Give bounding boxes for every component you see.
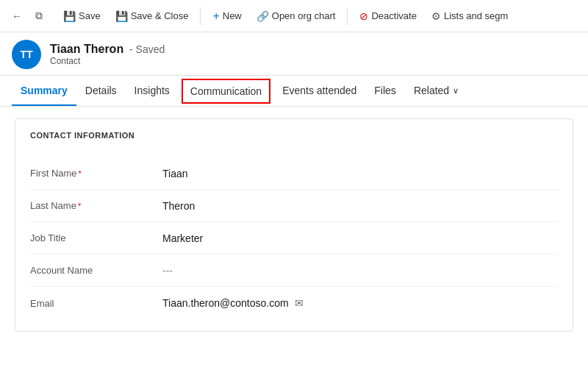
job-title-row: Job Title Marketer	[30, 222, 558, 254]
last-name-row: Last Name * Theron	[30, 190, 558, 222]
tab-summary-label: Summary	[21, 85, 68, 96]
account-name-row: Account Name ---	[30, 254, 558, 287]
save-close-icon: 💾	[115, 10, 128, 22]
email-value-row: Tiaan.theron@contoso.com ✉	[162, 297, 304, 309]
record-name-row: Tiaan Theron - Saved	[50, 43, 165, 56]
new-button[interactable]: + New	[207, 7, 247, 26]
record-type: Contact	[50, 56, 165, 66]
toolbar-nav: ← ⧉	[6, 7, 49, 25]
section-title: CONTACT INFORMATION	[30, 131, 558, 146]
save-close-button[interactable]: 💾 Save & Close	[110, 7, 195, 25]
lists-button[interactable]: ⚙ Lists and segm	[426, 7, 514, 25]
record-name: Tiaan Theron	[50, 43, 123, 55]
first-name-row: First Name * Tiaan	[30, 157, 558, 190]
save-icon: 💾	[63, 10, 76, 22]
deactivate-button[interactable]: ⊘ Deactivate	[354, 7, 422, 25]
record-saved: - Saved	[129, 43, 165, 55]
send-email-icon[interactable]: ✉	[295, 297, 304, 309]
tab-details[interactable]: Details	[76, 75, 126, 106]
tab-events-attended-label: Events attended	[282, 85, 356, 96]
back-icon: ←	[12, 10, 22, 22]
last-name-value[interactable]: Theron	[162, 200, 195, 212]
back-button[interactable]: ←	[6, 7, 28, 25]
tab-files-label: Files	[374, 85, 396, 96]
tab-related-label: Related	[414, 85, 449, 96]
lists-label: Lists and segm	[444, 10, 508, 21]
contact-information-card: CONTACT INFORMATION First Name * Tiaan L…	[15, 118, 573, 332]
toolbar: ← ⧉ 💾 Save 💾 Save & Close + New 🔗 Open o…	[0, 0, 588, 32]
first-name-label: First Name *	[30, 168, 162, 179]
tabs-bar: Summary Details Insights Communication E…	[0, 76, 588, 107]
email-label: Email	[30, 298, 162, 309]
tab-files[interactable]: Files	[365, 75, 405, 106]
tab-insights[interactable]: Insights	[126, 75, 179, 106]
last-name-required: *	[78, 202, 81, 210]
tab-communication[interactable]: Communication	[182, 79, 270, 104]
save-button[interactable]: 💾 Save	[57, 7, 107, 25]
save-label: Save	[79, 10, 101, 21]
job-title-value[interactable]: Marketer	[162, 232, 203, 244]
email-row: Email Tiaan.theron@contoso.com ✉	[30, 287, 558, 319]
record-header: TT Tiaan Theron - Saved Contact	[0, 32, 588, 76]
popup-button[interactable]: ⧉	[29, 7, 49, 25]
first-name-value[interactable]: Tiaan	[162, 168, 188, 179]
separator-2	[347, 7, 348, 25]
org-chart-icon: 🔗	[257, 10, 269, 22]
lists-icon: ⚙	[431, 10, 441, 22]
main-content: CONTACT INFORMATION First Name * Tiaan L…	[0, 107, 588, 380]
tab-summary[interactable]: Summary	[12, 75, 76, 106]
tab-related[interactable]: Related ∨	[405, 75, 467, 106]
new-label: New	[223, 10, 242, 21]
deactivate-label: Deactivate	[371, 10, 416, 21]
tab-insights-label: Insights	[135, 85, 170, 96]
record-info: Tiaan Theron - Saved Contact	[50, 43, 165, 66]
open-org-chart-button[interactable]: 🔗 Open org chart	[251, 7, 342, 25]
first-name-required: *	[79, 169, 82, 178]
dropdown-icon: ∨	[453, 86, 459, 96]
tab-details-label: Details	[85, 85, 117, 96]
job-title-label: Job Title	[30, 232, 162, 243]
account-name-label: Account Name	[30, 265, 162, 276]
tab-events-attended[interactable]: Events attended	[273, 75, 365, 106]
popup-icon: ⧉	[35, 10, 43, 22]
deactivate-icon: ⊘	[359, 10, 368, 22]
separator-1	[200, 7, 201, 25]
tab-communication-label: Communication	[190, 85, 262, 97]
save-close-label: Save & Close	[131, 10, 189, 21]
avatar: TT	[12, 40, 41, 69]
org-chart-label: Open org chart	[272, 10, 336, 21]
new-icon: +	[212, 10, 219, 23]
email-value[interactable]: Tiaan.theron@contoso.com	[162, 297, 289, 309]
last-name-label: Last Name *	[30, 200, 162, 211]
account-name-value[interactable]: ---	[162, 265, 173, 277]
